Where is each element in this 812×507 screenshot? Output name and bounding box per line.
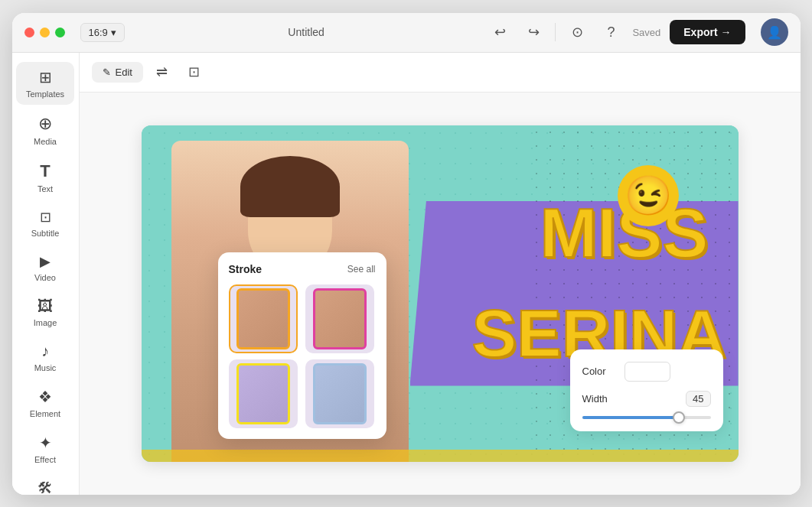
sidebar-item-music[interactable]: ♪ Music — [16, 336, 74, 379]
minimize-button[interactable] — [40, 28, 50, 37]
sidebar-label-effect: Effect — [34, 455, 56, 464]
sidebar-item-image[interactable]: 🖼 Image — [16, 291, 74, 333]
close-button[interactable] — [24, 28, 34, 37]
canvas-area[interactable]: MISS SERINA 😉 — [80, 93, 801, 495]
edit-pencil-icon: ✎ — [103, 67, 111, 78]
stroke-preview-3 — [236, 363, 290, 424]
main-area: ⊞ Templates ⊕ Media T Text ⊡ Subtitle ▶ … — [12, 53, 801, 495]
stroke-panel-header: Stroke See all — [229, 263, 376, 275]
canvas[interactable]: MISS SERINA 😉 — [142, 125, 739, 462]
sidebar-item-video[interactable]: ▶ Video — [16, 247, 74, 288]
stroke-preview-4 — [313, 363, 367, 424]
edit-label: Edit — [116, 67, 132, 78]
stroke-item-2[interactable] — [305, 284, 374, 353]
sidebar: ⊞ Templates ⊕ Media T Text ⊡ Subtitle ▶ … — [12, 53, 80, 495]
sidebar-label-image: Image — [34, 318, 57, 327]
tools-icon: 🛠 — [38, 479, 53, 495]
width-value: 45 — [686, 391, 710, 407]
color-width-panel: Color Width 45 — [570, 349, 723, 431]
width-slider-container — [582, 416, 711, 419]
stroke-item-1[interactable] — [229, 284, 298, 353]
user-avatar[interactable]: 👤 — [761, 18, 788, 46]
emoji-sticker: 😉 — [618, 165, 679, 226]
toolbar-center: Untitled — [134, 26, 479, 38]
stroke-grid — [229, 284, 376, 428]
sidebar-item-subtitle[interactable]: ⊡ Subtitle — [16, 203, 74, 244]
width-slider-fill — [582, 416, 679, 419]
help-button[interactable]: ? — [598, 20, 623, 44]
sidebar-label-text: Text — [38, 184, 53, 193]
flip-button[interactable]: ⇌ — [149, 59, 175, 85]
effect-icon: ✦ — [39, 434, 52, 452]
person-hair — [240, 156, 340, 217]
sidebar-label-templates: Templates — [26, 89, 64, 99]
media-icon: ⊕ — [38, 114, 52, 134]
undo-button[interactable]: ↩ — [488, 20, 512, 44]
maximize-button[interactable] — [55, 28, 65, 37]
crop-button[interactable]: ⊡ — [181, 59, 207, 85]
sidebar-item-tools[interactable]: 🛠 Tools — [16, 473, 74, 495]
width-label: Width — [582, 393, 617, 405]
color-swatch[interactable] — [624, 362, 670, 382]
width-slider-track[interactable] — [582, 416, 711, 419]
sidebar-label-media: Media — [34, 137, 57, 146]
color-label: Color — [582, 366, 617, 377]
element-icon: ❖ — [38, 388, 52, 406]
sidebar-label-subtitle: Subtitle — [31, 229, 60, 238]
sidebar-label-music: Music — [34, 363, 57, 372]
music-icon: ♪ — [41, 343, 49, 360]
chevron-down-icon: ▾ — [111, 27, 116, 38]
subtitle-icon: ⊡ — [40, 209, 51, 226]
image-icon: 🖼 — [38, 297, 53, 315]
sub-toolbar: ✎ Edit ⇌ ⊡ — [80, 53, 801, 93]
sidebar-item-element[interactable]: ❖ Element — [16, 382, 74, 424]
doc-title: Untitled — [288, 26, 324, 38]
sidebar-item-templates[interactable]: ⊞ Templates — [16, 62, 74, 105]
text-icon: T — [40, 161, 50, 181]
sidebar-item-text[interactable]: T Text — [16, 155, 74, 200]
aspect-ratio-selector[interactable]: 16:9 ▾ — [80, 23, 125, 42]
snapshot-button[interactable]: ⊙ — [565, 20, 589, 44]
sidebar-item-media[interactable]: ⊕ Media — [16, 108, 74, 152]
stroke-panel-title: Stroke — [229, 263, 263, 275]
edit-button[interactable]: ✎ Edit — [92, 62, 143, 83]
flip-icon: ⇌ — [156, 63, 168, 80]
stroke-preview-2 — [313, 288, 367, 349]
width-row: Width 45 — [582, 391, 711, 407]
saved-status: Saved — [632, 27, 660, 38]
app-window: 16:9 ▾ Untitled ↩ ↪ ⊙ ? Saved Export → 👤 — [12, 13, 801, 495]
content-area: ✎ Edit ⇌ ⊡ — [80, 53, 801, 495]
stroke-item-4[interactable] — [305, 359, 374, 428]
width-slider-thumb[interactable] — [673, 411, 685, 424]
bottom-yellow-strip — [142, 450, 739, 462]
video-icon: ▶ — [40, 253, 51, 270]
avatar-icon: 👤 — [767, 25, 782, 40]
stroke-item-3[interactable] — [229, 359, 298, 428]
crop-icon: ⊡ — [188, 63, 200, 80]
stroke-preview-1 — [236, 288, 290, 349]
undo-icon: ↩ — [494, 24, 506, 41]
export-button[interactable]: Export → — [670, 20, 745, 44]
traffic-lights — [24, 28, 65, 37]
export-label: Export → — [683, 26, 731, 38]
redo-icon: ↪ — [528, 24, 540, 41]
sidebar-label-element: Element — [30, 409, 60, 418]
color-row: Color — [582, 362, 711, 382]
sidebar-label-video: Video — [34, 273, 56, 282]
redo-button[interactable]: ↪ — [521, 20, 546, 44]
camera-icon: ⊙ — [572, 24, 583, 41]
stroke-panel: Stroke See all — [218, 252, 386, 439]
help-icon: ? — [607, 24, 615, 41]
titlebar: 16:9 ▾ Untitled ↩ ↪ ⊙ ? Saved Export → 👤 — [12, 13, 801, 53]
sidebar-item-effect[interactable]: ✦ Effect — [16, 427, 74, 470]
templates-icon: ⊞ — [39, 68, 52, 86]
see-all-button[interactable]: See all — [347, 264, 376, 275]
aspect-ratio-value: 16:9 — [89, 27, 108, 38]
toolbar-divider — [555, 23, 556, 41]
